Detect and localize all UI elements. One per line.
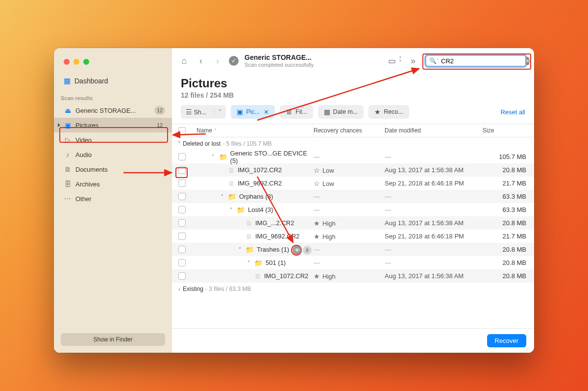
col-date-modified[interactable]: Date modified (385, 124, 483, 137)
disclosure-triangle[interactable]: ˅ (245, 260, 251, 265)
row-checkbox[interactable] (178, 153, 186, 160)
file-name: Generic STO...GE DEVICE (5) (230, 150, 314, 164)
row-checkbox[interactable] (178, 166, 186, 174)
filter-date[interactable]: ▦Date m... (318, 105, 364, 119)
disclosure-triangle[interactable]: ˅ (237, 247, 243, 252)
back-button[interactable]: ‹ (196, 56, 206, 66)
zoom-window-button[interactable] (83, 59, 89, 65)
toolbar: ⌂ ‹ › ✓ Generic STORAGE... Scan complete… (172, 48, 534, 74)
col-name[interactable]: Name (192, 124, 314, 137)
table-row[interactable]: 🗎IMG_9692.CR2★HighSep 21, 2018 at 6:46:1… (172, 230, 534, 243)
row-checkbox[interactable] (178, 219, 186, 227)
table-row[interactable]: ˅📁Trashes (1)——20.8 MB (172, 243, 534, 256)
table-row[interactable]: ˅📁Generic STO...GE DEVICE (5)——105.7 MB (172, 150, 534, 163)
col-recovery-chances[interactable]: Recovery chances (314, 124, 385, 137)
overflow-button[interactable]: » (408, 56, 418, 66)
date-modified: Sep 21, 2018 at 6:46:18 PM (385, 233, 464, 240)
reset-filters-button[interactable]: Reset all (500, 108, 525, 116)
sidebar-item-label: Audio (75, 151, 92, 158)
file-name: Trashes (1) (257, 246, 289, 253)
clear-search-button[interactable]: ✕ (525, 57, 530, 65)
row-checkbox[interactable] (178, 180, 186, 187)
search-input[interactable] (439, 57, 525, 65)
main-panel: ⌂ ‹ › ✓ Generic STORAGE... Scan complete… (172, 48, 534, 353)
preview-hex-icon[interactable]: # (303, 246, 312, 255)
file-size: 105.7 MB (499, 153, 526, 160)
filter-pictures[interactable]: ▣Pic...✕ (231, 105, 275, 119)
dashboard-link[interactable]: ▦ Dashboard (54, 74, 172, 88)
filter-bar: ☰ Sh...˅ ▣Pic...✕ 🗎Fil... ▦Date m... ★Re… (172, 104, 534, 124)
recovery-chance: Low (322, 167, 334, 174)
remove-filter-button[interactable]: ✕ (264, 108, 269, 116)
doc-icon: 🗎 (64, 165, 72, 173)
path-selector[interactable]: ▭ ˄˅ (388, 56, 402, 66)
filter-file[interactable]: 🗎Fil... (280, 105, 313, 119)
table-row[interactable]: 🗎IMG_9692.CR2☆LowSep 21, 2018 at 6:46:18… (172, 177, 534, 190)
file-icon: 🗎 (228, 166, 235, 174)
filter-recovery[interactable]: ★Reco... (368, 105, 409, 119)
recover-button[interactable]: Recover (487, 334, 526, 347)
table-row[interactable]: 🗎IMG_1072.CR2★HighAug 13, 2017 at 1:56:3… (172, 269, 534, 283)
traffic-lights (54, 59, 172, 74)
disclosure-triangle[interactable]: ˅ (176, 141, 183, 147)
sidebar-item-generic-storage-[interactable]: ⏏Generic STORAGE...12 (54, 103, 172, 118)
star-icon: ☆ (314, 166, 320, 174)
row-checkbox[interactable] (178, 233, 186, 240)
disclosure-triangle[interactable]: ˅ (219, 194, 225, 199)
disclosure-triangle[interactable]: ˅ (228, 207, 234, 212)
star-icon: ★ (314, 233, 320, 240)
row-checkbox[interactable] (178, 259, 186, 266)
sidebar: ▦ Dashboard Scan results ⏏Generic STORAG… (54, 48, 172, 353)
sidebar-item-other[interactable]: ⋯Other (54, 191, 172, 206)
home-button[interactable]: ⌂ (179, 56, 190, 66)
disclosure-triangle[interactable]: ˅ (210, 154, 216, 159)
sidebar-item-audio[interactable]: ♪Audio (54, 147, 172, 162)
table-row[interactable]: ˅📁501 (1)——20.8 MB (172, 256, 534, 269)
section-header[interactable]: ›Existing - 3 files / 63.3 MB (172, 283, 534, 295)
sidebar-item-video[interactable]: ▷Video (54, 132, 172, 147)
file-icon: 🗎 (254, 272, 261, 280)
recovery-chance: High (322, 233, 336, 240)
folder-icon: 📁 (219, 153, 227, 161)
sidebar-item-label: Other (75, 195, 92, 203)
show-in-finder-button[interactable]: Show in Finder (61, 333, 165, 346)
star-icon: ★ (314, 219, 320, 227)
file-size: 20.8 MB (503, 246, 526, 253)
row-checkbox[interactable] (178, 246, 186, 253)
sidebar-item-label: Documents (75, 166, 108, 173)
sidebar-item-documents[interactable]: 🗎Documents (54, 162, 172, 177)
minimize-window-button[interactable] (74, 59, 79, 65)
table-row[interactable]: ˅📁Orphans (3)——63.3 MB (172, 190, 534, 203)
chevron-down-icon[interactable]: ˅ (214, 108, 226, 116)
sidebar-item-label: Video (75, 136, 92, 144)
select-all-checkbox[interactable] (178, 127, 186, 134)
preview-eye-icon[interactable]: 👁 (293, 246, 301, 255)
forward-button[interactable]: › (212, 56, 223, 66)
page-title: Pictures (181, 77, 525, 90)
close-window-button[interactable] (64, 59, 70, 65)
file-icon: 🗎 (228, 180, 235, 187)
dashboard-label: Dashboard (74, 77, 108, 85)
disclosure-triangle[interactable]: › (176, 286, 183, 292)
search-field[interactable]: 🔍˅ ✕ (424, 54, 527, 68)
col-size[interactable]: Size (483, 127, 534, 134)
filter-show[interactable]: ☰ Sh...˅ (181, 105, 226, 119)
sidebar-item-pictures[interactable]: ▣Pictures12 (54, 118, 172, 132)
sidebar-item-archives[interactable]: 🗄Archives (54, 177, 172, 191)
sliders-icon: ☰ (186, 108, 192, 116)
file-size: 21.7 MB (503, 233, 526, 240)
file-size: 63.3 MB (503, 206, 526, 213)
table-row[interactable]: 🗎IMG_...2.CR2★HighAug 13, 2017 at 1:56:3… (172, 216, 534, 230)
arch-icon: 🗄 (64, 180, 72, 188)
scan-complete-icon: ✓ (229, 56, 239, 66)
table-row[interactable]: ˅📁Lost4 (3)——63.3 MB (172, 203, 534, 216)
folder-icon: 📁 (245, 246, 254, 254)
row-checkbox[interactable] (178, 193, 186, 200)
section-header[interactable]: ˅Deleted or lost - 5 files / 105.7 MB (172, 137, 534, 150)
section-label: Existing (183, 286, 203, 292)
folder-icon: 📁 (237, 206, 245, 214)
row-checkbox[interactable] (178, 206, 186, 213)
section-meta: - 3 files / 63.3 MB (205, 286, 251, 292)
table-row[interactable]: 🗎IMG_1072.CR2☆LowAug 13, 2017 at 1:56:38… (172, 163, 534, 177)
row-checkbox[interactable] (178, 272, 186, 280)
